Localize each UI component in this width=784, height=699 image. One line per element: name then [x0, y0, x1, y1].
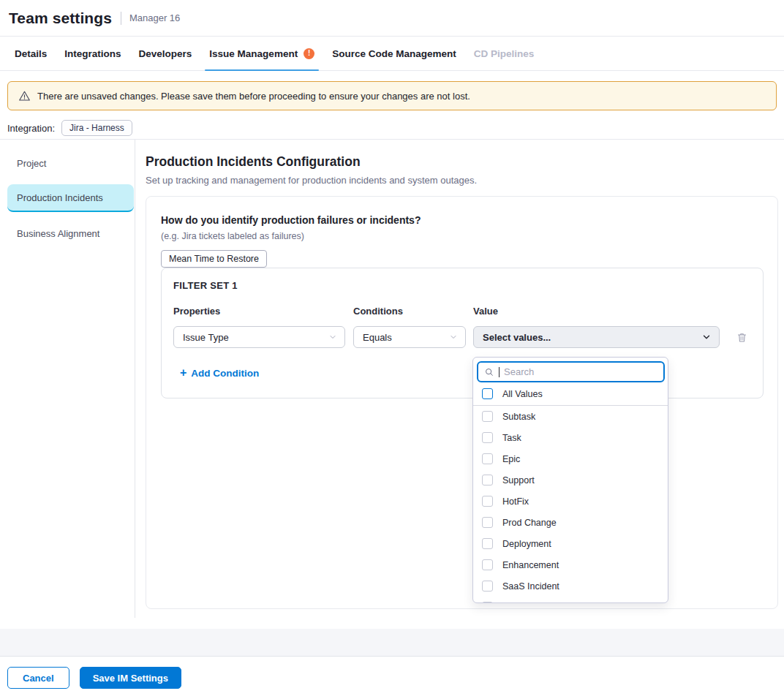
tab-source-code-management[interactable]: Source Code Management [328, 37, 461, 70]
checkbox[interactable] [482, 453, 493, 464]
team-name: Manager 16 [129, 12, 180, 23]
dropdown-search[interactable] [477, 361, 665, 382]
tab-label: Integrations [64, 48, 121, 59]
chevron-down-icon [328, 333, 337, 341]
chevron-down-icon [449, 333, 458, 341]
text-cursor [499, 367, 500, 377]
option-all-values[interactable]: All Values [473, 382, 668, 406]
search-icon [484, 367, 494, 377]
option-label: Subtask [502, 412, 535, 422]
option-label: Task [502, 433, 521, 443]
column-label-properties: Properties [173, 306, 353, 317]
tab-label: CD Pipelines [474, 48, 535, 59]
chevron-down-icon [701, 332, 712, 342]
value-select-placeholder: Select values... [483, 332, 551, 343]
tab-label: Issue Management [209, 48, 298, 59]
add-condition-label: Add Condition [191, 368, 259, 379]
footer-spacer [0, 629, 784, 656]
sidebar-item-business-alignment[interactable]: Business Alignment [7, 219, 134, 247]
condition-select-value: Equals [363, 332, 392, 343]
integration-chip[interactable]: Jira - Harness [61, 120, 132, 136]
checkbox[interactable] [482, 496, 493, 507]
checkbox-all-values[interactable] [482, 388, 493, 399]
sidebar-item-label: Production Incidents [17, 192, 103, 203]
option-prod-change[interactable]: Prod Change [473, 512, 668, 533]
option-subtask[interactable]: Subtask [473, 406, 668, 427]
checkbox[interactable] [482, 559, 493, 570]
option-label: HotFix [502, 496, 529, 507]
tab-details[interactable]: Details [10, 37, 51, 70]
unsaved-changes-banner: There are unsaved changes. Please save t… [7, 81, 777, 110]
option-label: Support [502, 475, 535, 485]
plus-icon: + [180, 367, 186, 379]
section-title: Production Incidents Configuration [146, 154, 361, 170]
sidebar-item-label: Business Alignment [17, 228, 99, 239]
option-deployment[interactable]: Deployment [473, 533, 668, 554]
value-multiselect[interactable]: Select values... [473, 326, 720, 348]
section-subtitle: Set up tracking and management for produ… [146, 175, 477, 186]
tab-cd-pipelines: CD Pipelines [470, 37, 539, 70]
option-enhancement[interactable]: Enhancement [473, 554, 668, 575]
tab-developers[interactable]: Developers [135, 37, 197, 70]
condition-select[interactable]: Equals [353, 326, 466, 348]
filter-row: Issue Type Equals Select values... [173, 326, 751, 348]
question-hint: (e.g. Jira tickets labeled as failures) [161, 231, 763, 241]
integration-row: Integration: Jira - Harness [7, 119, 132, 137]
cancel-button[interactable]: Cancel [7, 667, 69, 689]
option-epic[interactable]: Epic [473, 448, 668, 469]
sidebar-item-label: Project [17, 158, 46, 169]
trash-icon [736, 331, 748, 344]
tab-bar: Details Integrations Developers Issue Ma… [0, 37, 784, 71]
settings-sidebar: Project Production Incidents Business Al… [0, 140, 135, 618]
filter-column-labels: Properties Conditions Value [173, 306, 751, 317]
search-input[interactable] [504, 366, 657, 377]
option-label: SaaS Incident [502, 581, 559, 592]
alert-badge-icon: ! [304, 48, 314, 59]
property-select-value: Issue Type [183, 332, 229, 343]
checkbox[interactable] [482, 432, 493, 443]
configuration-card: How do you identify production failures … [146, 196, 778, 609]
metric-chip-mean-time-to-restore[interactable]: Mean Time to Restore [161, 250, 267, 268]
tab-label: Details [15, 48, 47, 59]
sidebar-item-production-incidents[interactable]: Production Incidents [7, 184, 134, 212]
team-settings-page: Team settings Manager 16 Details Integra… [0, 0, 784, 699]
option-task[interactable]: Task [473, 427, 668, 448]
option-label: Customer Notification [502, 602, 590, 604]
checkbox[interactable] [482, 602, 493, 603]
checkbox[interactable] [482, 411, 493, 422]
column-label-value: Value [473, 306, 751, 317]
property-select[interactable]: Issue Type [173, 326, 345, 348]
checkbox[interactable] [482, 475, 493, 485]
option-label: Deployment [502, 539, 551, 549]
tab-integrations[interactable]: Integrations [60, 37, 125, 70]
column-label-conditions: Conditions [353, 306, 473, 317]
add-condition-button[interactable]: + Add Condition [180, 367, 259, 379]
banner-text: There are unsaved changes. Please save t… [37, 91, 470, 102]
integration-label: Integration: [7, 123, 55, 134]
option-saas-incident[interactable]: SaaS Incident [473, 575, 668, 597]
option-support[interactable]: Support [473, 469, 668, 491]
title-divider [121, 12, 121, 25]
tab-label: Source Code Management [332, 48, 456, 59]
footer-action-bar: Cancel Save IM Settings [0, 656, 784, 699]
option-label: Prod Change [502, 518, 557, 528]
page-title: Team settings [9, 10, 112, 27]
value-dropdown-panel: All Values Subtask Task Epic Support Hot… [472, 357, 668, 603]
tab-label: Developers [139, 48, 192, 59]
save-im-settings-button[interactable]: Save IM Settings [80, 667, 181, 689]
checkbox[interactable] [482, 581, 493, 592]
option-label: Epic [502, 454, 520, 464]
question-heading: How do you identify production failures … [161, 214, 763, 226]
checkbox[interactable] [482, 538, 493, 549]
checkbox[interactable] [482, 517, 493, 528]
tab-issue-management[interactable]: Issue Management ! [205, 37, 319, 70]
delete-filter-row-button[interactable] [734, 330, 750, 345]
option-customer-notification[interactable]: Customer Notification [473, 597, 668, 603]
option-hotfix[interactable]: HotFix [473, 491, 668, 512]
sidebar-item-project[interactable]: Project [7, 149, 134, 177]
active-tab-underline [205, 69, 319, 71]
page-header: Team settings Manager 16 [0, 0, 784, 37]
filter-set-card: FILTER SET 1 Properties Conditions Value… [161, 268, 764, 398]
warning-triangle-icon [18, 90, 31, 102]
option-label: All Values [502, 389, 543, 399]
